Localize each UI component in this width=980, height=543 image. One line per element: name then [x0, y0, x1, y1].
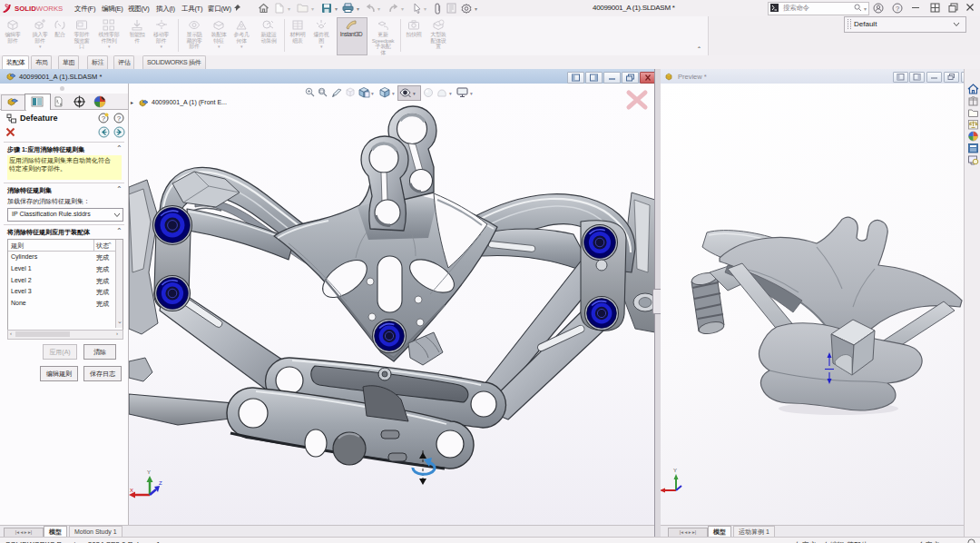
svg-text:Y: Y [147, 469, 151, 475]
svg-text:Z: Z [159, 480, 162, 486]
svg-text:?: ? [896, 4, 899, 12]
svg-text:?: ? [117, 114, 122, 123]
svg-text:X: X [130, 488, 133, 493]
svg-text:Y: Y [673, 468, 677, 473]
